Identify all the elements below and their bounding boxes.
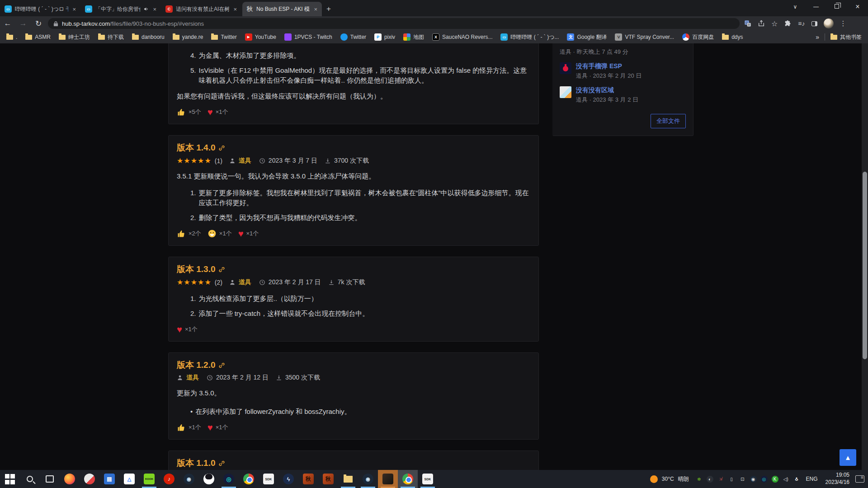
bookmark-folder-to-download[interactable]: 待下载 [98, 33, 124, 41]
author-link[interactable]: 道具 [239, 278, 251, 286]
author-link[interactable]: 道具 [239, 157, 251, 165]
bookmark-folder-asmr[interactable]: ASMR [25, 34, 51, 40]
grin-emoji-icon[interactable] [208, 229, 217, 238]
scroll-to-top-button[interactable]: ▲ [840, 449, 856, 466]
all-files-button[interactable]: 全部文件 [651, 114, 686, 128]
tab-search-icon[interactable]: ∨ [785, 4, 806, 10]
task-view-button[interactable] [40, 470, 60, 488]
tray-uu-icon[interactable]: ◎ [761, 476, 768, 483]
bookmark-folder-ddys[interactable]: ddys [722, 34, 743, 40]
close-tab-icon[interactable]: × [313, 6, 318, 13]
restore-button[interactable] [826, 4, 847, 10]
bookmark-youtube[interactable]: YouTube [245, 33, 276, 41]
bookmark-folder-yandere[interactable]: yande.re [173, 34, 203, 40]
bookmark-vtf[interactable]: VVTF Spray Conver... [615, 33, 674, 41]
bookmark-maps[interactable]: 地图 [403, 33, 424, 41]
tray-qq-icon[interactable]: 🐧︎ [793, 476, 800, 483]
version-title-link[interactable]: 版本 1.2.0 [177, 359, 216, 371]
bookmark-twitter-bird[interactable]: Twitter [340, 33, 366, 41]
menu-kebab-icon[interactable]: ⋮ [840, 19, 847, 28]
link-icon[interactable] [218, 460, 225, 467]
taskbar-qq[interactable] [199, 470, 219, 488]
file-title-link[interactable]: 没有没有区域 [576, 86, 638, 94]
media-list-icon[interactable]: ≡♪ [798, 20, 805, 27]
back-button[interactable]: ← [0, 19, 15, 28]
taskbar-clock[interactable]: 19:05 2023/4/16 [826, 472, 849, 486]
tab-bilibili-video[interactable]: 「中字」给你房管你说话来! × [81, 2, 161, 16]
tray-steam-icon[interactable]: ◉ [750, 476, 757, 483]
file-title-link[interactable]: 没有手榴弹 ESP [576, 62, 642, 70]
share-icon[interactable] [758, 20, 765, 27]
file-item-no-zones[interactable]: 没有没有区域 道具 · 2023 年 3 月 2 日 [560, 86, 686, 104]
version-title-link[interactable]: 版本 1.4.0 [177, 142, 216, 154]
taskbar-firefox[interactable] [60, 470, 80, 488]
taskbar-steam[interactable] [179, 470, 199, 488]
language-indicator[interactable]: ENG [806, 476, 818, 482]
start-button[interactable] [0, 470, 20, 488]
extensions-puzzle-icon[interactable] [784, 20, 792, 28]
bookmark-baidu-pan[interactable]: 百度网盘 [682, 33, 714, 41]
taskbar-kook[interactable]: KOOK [139, 470, 159, 488]
bookmark-folder-twitter[interactable]: Twitter [211, 34, 236, 40]
version-title-link[interactable]: 版本 1.3.0 [177, 263, 216, 275]
link-icon[interactable] [218, 266, 225, 273]
weather-temp[interactable]: 30°C [662, 476, 674, 482]
tray-network-game-icon[interactable]: ✲ [696, 476, 703, 483]
bookmark-google-translate[interactable]: 文Google 翻译 [567, 33, 607, 41]
other-bookmarks-folder[interactable]: 其他书签 [830, 33, 862, 41]
heart-icon[interactable]: ♥ [208, 423, 213, 432]
bookmarks-overflow-icon[interactable]: » [816, 33, 819, 41]
thumbs-up-icon[interactable] [177, 108, 186, 117]
tray-globe-icon[interactable]: ◐ [707, 476, 713, 483]
page-scrollbar[interactable] [862, 43, 868, 470]
bookmark-folder-danbooru[interactable]: danbooru [132, 34, 165, 40]
weather-sun-icon[interactable] [650, 475, 658, 483]
link-icon[interactable] [218, 145, 225, 151]
notification-center-icon[interactable] [855, 475, 864, 483]
bookmark-saucenao[interactable]: XSauceNAO Revers... [432, 33, 492, 41]
heart-icon[interactable]: ♥ [238, 229, 244, 238]
heart-icon[interactable]: ♥ [177, 325, 182, 334]
tray-volume-icon[interactable]: ◁) [783, 476, 789, 483]
close-tab-icon[interactable]: × [71, 6, 77, 13]
profile-avatar[interactable] [824, 19, 834, 28]
bookmark-twitch[interactable]: 1PVCS - Twitch [284, 33, 332, 41]
taskbar-sdk-running[interactable]: SDK [418, 470, 438, 488]
close-window-button[interactable]: × [847, 3, 868, 11]
taskbar-steam-running[interactable] [358, 470, 378, 488]
bookmark-bilibili[interactable]: 哔哩哔哩 ( ´ - ` )つ... [500, 33, 559, 41]
taskbar-game-window[interactable] [378, 470, 398, 488]
tray-microphone-icon[interactable]: ▯ [728, 476, 735, 483]
taskbar-netease-music[interactable] [159, 470, 179, 488]
minimize-button[interactable]: — [806, 4, 826, 10]
tray-kook-icon[interactable]: K [772, 476, 778, 483]
taskbar-qiu-app-2[interactable]: 秋 [318, 470, 338, 488]
side-panel-icon[interactable] [811, 21, 817, 26]
tab-bilibili-home[interactable]: 哔哩哔哩 ( ´ - ` )つロ 干杯~-bili × [1, 2, 80, 16]
tray-display-icon[interactable]: ⊡ [739, 476, 746, 483]
file-item-grenade-esp[interactable]: 没有手榴弹 ESP 道具 · 2023 年 2 月 20 日 [560, 62, 686, 80]
translate-icon[interactable]: G文 [744, 20, 751, 27]
taskbar-chrome-active[interactable] [398, 470, 418, 488]
reload-button[interactable]: ↻ [31, 19, 46, 28]
author-link[interactable]: 道具 [186, 374, 199, 382]
taskbar-control-panel[interactable] [99, 470, 119, 488]
thumbs-up-icon[interactable] [177, 423, 186, 432]
address-bar[interactable]: hub.sp-tarkov.com/files/file/903-no-bush… [48, 18, 740, 29]
bookmark-pixiv[interactable]: Ppixiv [374, 33, 395, 41]
taskbar-chrome[interactable] [239, 470, 259, 488]
taskbar-baidu-netdisk[interactable] [119, 470, 139, 488]
taskbar-rocket-app[interactable] [80, 470, 99, 488]
new-tab-button[interactable]: + [326, 5, 331, 14]
taskbar-sdk[interactable]: SDK [259, 470, 278, 488]
thumbs-up-icon[interactable] [177, 229, 186, 238]
close-tab-icon[interactable]: × [152, 6, 157, 13]
tab-forum-question[interactable]: C 请问有没有禁止AI在树后或者草 × [162, 2, 241, 16]
taskbar-uu-accelerator[interactable] [219, 470, 239, 488]
taskbar-file-explorer[interactable] [338, 470, 358, 488]
version-title-link[interactable]: 版本 1.1.0 [177, 457, 216, 469]
tab-no-bush-esp-active[interactable]: 秋 No Bush ESP - AKI 模组研讨会 × [242, 2, 322, 16]
weather-desc[interactable]: 晴朗 [678, 475, 689, 483]
bookmark-folder-gentleman[interactable]: 绅士工坊 [59, 33, 90, 41]
heart-icon[interactable]: ♥ [208, 108, 213, 117]
